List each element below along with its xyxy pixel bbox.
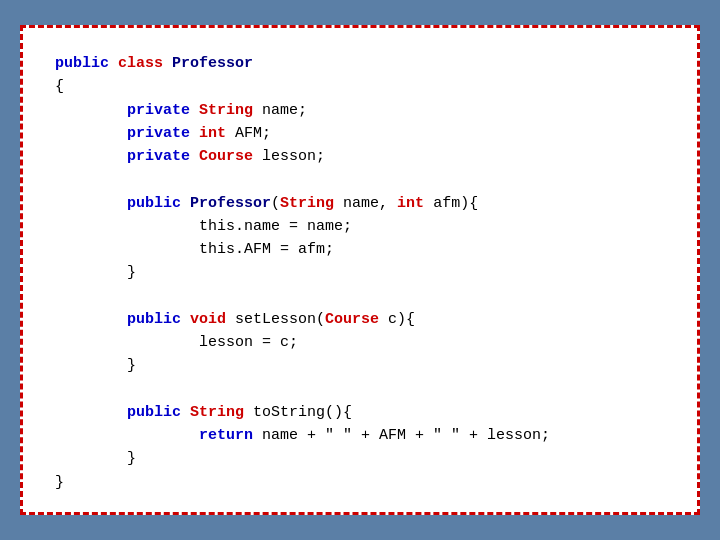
code-block: public class Professor { private String … <box>55 52 665 494</box>
open-brace-1: { <box>55 78 64 95</box>
keyword-public-4: public <box>127 404 181 421</box>
type-int: int <box>199 125 226 142</box>
keyword-private-3: private <box>127 148 190 165</box>
keyword-return: return <box>199 427 253 444</box>
slide-container: public class Professor { private String … <box>20 25 700 515</box>
keyword-public-1: public <box>55 55 109 72</box>
type-string-3: String <box>190 404 244 421</box>
keyword-public-2: public <box>127 195 181 212</box>
keyword-public-3: public <box>127 311 181 328</box>
type-void: void <box>190 311 226 328</box>
keyword-class: class <box>118 55 163 72</box>
type-int-2: int <box>397 195 424 212</box>
keyword-private-1: private <box>127 102 190 119</box>
type-string-1: String <box>199 102 253 119</box>
type-course-2: Course <box>325 311 379 328</box>
keyword-private-2: private <box>127 125 190 142</box>
class-name: Professor <box>172 55 253 72</box>
type-course-1: Course <box>199 148 253 165</box>
constructor-name: Professor <box>190 195 271 212</box>
type-string-2: String <box>280 195 334 212</box>
